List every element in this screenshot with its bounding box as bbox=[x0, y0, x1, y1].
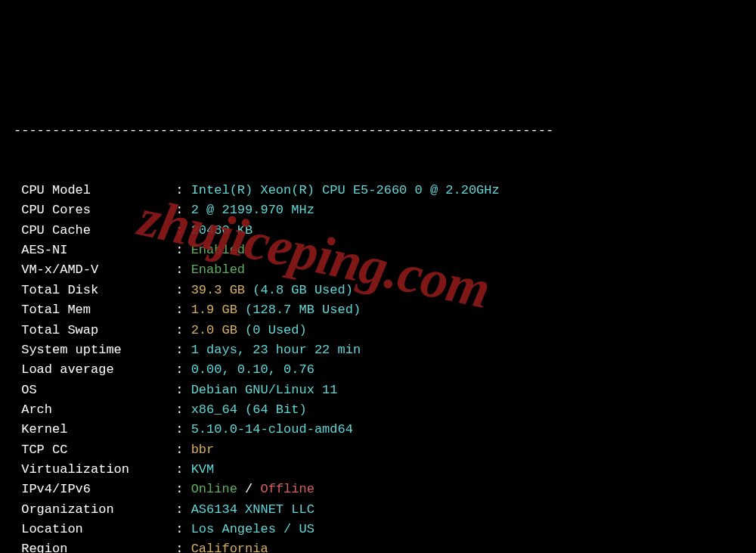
colon: : bbox=[175, 243, 191, 257]
sysinfo-value: Debian GNU/Linux 11 bbox=[191, 383, 338, 397]
colon: : bbox=[175, 522, 191, 536]
sysinfo-value: Enabled bbox=[191, 263, 245, 277]
sysinfo-label: Kernel bbox=[14, 422, 175, 436]
sysinfo-value: California bbox=[191, 542, 268, 553]
sysinfo-label: Region bbox=[14, 542, 175, 553]
sysinfo-label: TCP CC bbox=[14, 443, 175, 457]
sysinfo-value: 39.3 GB bbox=[191, 283, 253, 297]
sysinfo-value: Offline bbox=[260, 482, 314, 496]
sysinfo-value: 1 days, 23 hour 22 min bbox=[191, 343, 361, 357]
sysinfo-value: KVM bbox=[191, 462, 215, 477]
colon: : bbox=[175, 203, 191, 217]
sysinfo-row: Total Mem : 1.9 GB (128.7 MB Used) bbox=[14, 300, 756, 320]
colon: : bbox=[175, 502, 191, 517]
sysinfo-row: Kernel : 5.10.0-14-cloud-amd64 bbox=[14, 420, 756, 440]
sysinfo-value: 2 @ 2199.970 MHz bbox=[191, 203, 314, 217]
sysinfo-label: Virtualization bbox=[14, 462, 175, 477]
sysinfo-row: CPU Cache : 20480 KB bbox=[14, 221, 756, 241]
colon: : bbox=[175, 283, 191, 297]
sysinfo-row: Location : Los Angeles / US bbox=[14, 520, 756, 539]
sysinfo-label: Load average bbox=[14, 362, 175, 377]
sysinfo-value: Los Angeles / US bbox=[191, 522, 314, 536]
sysinfo-row: Total Swap : 2.0 GB (0 Used) bbox=[14, 321, 756, 340]
sysinfo-row: System uptime : 1 days, 23 hour 22 min bbox=[14, 340, 756, 360]
colon: : bbox=[175, 443, 191, 457]
colon: : bbox=[175, 263, 191, 277]
colon: : bbox=[175, 462, 191, 477]
sysinfo-value: Online bbox=[191, 482, 237, 496]
system-info-section: CPU Model : Intel(R) Xeon(R) CPU E5-2660… bbox=[14, 181, 756, 553]
sysinfo-row: Organization : AS6134 XNNET LLC bbox=[14, 500, 756, 520]
colon: : bbox=[175, 223, 191, 238]
sysinfo-value: 20480 KB bbox=[191, 223, 253, 238]
sysinfo-row: OS : Debian GNU/Linux 11 bbox=[14, 381, 756, 400]
sysinfo-label: OS bbox=[14, 383, 175, 397]
sysinfo-label: AES-NI bbox=[14, 243, 175, 257]
sysinfo-row: Virtualization : KVM bbox=[14, 460, 756, 480]
sysinfo-label: System uptime bbox=[14, 343, 175, 357]
sysinfo-row: Region : California bbox=[14, 539, 756, 553]
sysinfo-row: TCP CC : bbr bbox=[14, 440, 756, 460]
sysinfo-value: / bbox=[237, 482, 261, 496]
sysinfo-row: CPU Cores : 2 @ 2199.970 MHz bbox=[14, 200, 756, 220]
sysinfo-value: 2.0 GB bbox=[191, 323, 245, 337]
colon: : bbox=[175, 183, 191, 197]
colon: : bbox=[175, 343, 191, 357]
sysinfo-label: Location bbox=[14, 522, 175, 536]
sysinfo-row: Arch : x86_64 (64 Bit) bbox=[14, 400, 756, 420]
sysinfo-value: bbr bbox=[191, 443, 215, 457]
sysinfo-label: Total Mem bbox=[14, 303, 175, 317]
colon: : bbox=[175, 362, 191, 377]
sysinfo-row: AES-NI : Enabled bbox=[14, 241, 756, 260]
sysinfo-label: VM-x/AMD-V bbox=[14, 263, 175, 277]
sysinfo-value: (128.7 MB Used) bbox=[245, 303, 361, 317]
sysinfo-value: 1.9 GB bbox=[191, 303, 245, 317]
colon: : bbox=[175, 402, 191, 417]
terminal-output: ----------------------------------------… bbox=[0, 79, 756, 553]
sysinfo-label: Organization bbox=[14, 502, 175, 517]
sysinfo-value: Intel(R) Xeon(R) CPU E5-2660 0 @ 2.20GHz bbox=[191, 183, 500, 197]
sysinfo-label: Total Swap bbox=[14, 323, 175, 337]
colon: : bbox=[175, 383, 191, 397]
sysinfo-label: CPU Cache bbox=[14, 223, 175, 238]
sysinfo-row: VM-x/AMD-V : Enabled bbox=[14, 260, 756, 280]
sysinfo-label: CPU Cores bbox=[14, 203, 175, 217]
sysinfo-label: CPU Model bbox=[14, 183, 175, 197]
sysinfo-value: Enabled bbox=[191, 243, 245, 257]
sysinfo-label: Arch bbox=[14, 402, 175, 417]
sysinfo-value: x86_64 (64 Bit) bbox=[191, 402, 307, 417]
sysinfo-value: 0.00, 0.10, 0.76 bbox=[191, 362, 314, 377]
sysinfo-row: Load average : 0.00, 0.10, 0.76 bbox=[14, 360, 756, 380]
sysinfo-row: IPv4/IPv6 : Online / Offline bbox=[14, 480, 756, 499]
colon: : bbox=[175, 542, 191, 553]
sysinfo-value: (4.8 GB Used) bbox=[253, 283, 353, 297]
sysinfo-value: (0 Used) bbox=[245, 323, 307, 337]
colon: : bbox=[175, 303, 191, 317]
divider-top: ----------------------------------------… bbox=[14, 121, 756, 141]
sysinfo-label: IPv4/IPv6 bbox=[14, 482, 175, 496]
colon: : bbox=[175, 422, 191, 436]
colon: : bbox=[175, 323, 191, 337]
sysinfo-value: 5.10.0-14-cloud-amd64 bbox=[191, 422, 353, 436]
sysinfo-label: Total Disk bbox=[14, 283, 175, 297]
sysinfo-row: Total Disk : 39.3 GB (4.8 GB Used) bbox=[14, 281, 756, 300]
colon: : bbox=[175, 482, 191, 496]
sysinfo-row: CPU Model : Intel(R) Xeon(R) CPU E5-2660… bbox=[14, 181, 756, 200]
sysinfo-value: AS6134 XNNET LLC bbox=[191, 502, 314, 517]
